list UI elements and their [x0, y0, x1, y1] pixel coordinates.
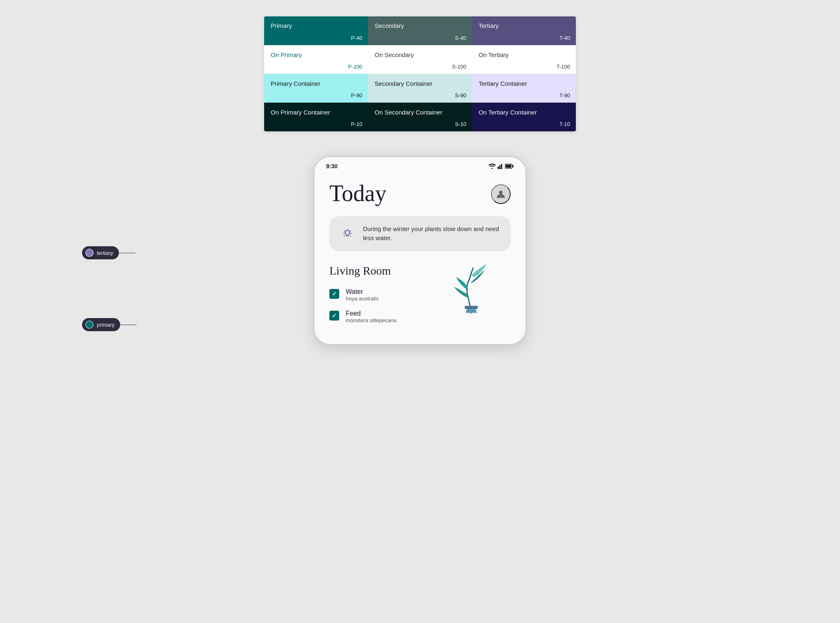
- primary-annotation-line: [120, 325, 137, 325]
- svg-rect-0: [498, 167, 499, 169]
- svg-point-7: [499, 191, 503, 195]
- svg-rect-1: [499, 165, 500, 169]
- color-cell-code: T-100: [557, 64, 570, 70]
- page-title: Today: [329, 181, 386, 206]
- task-sub: hoya australis: [346, 295, 379, 302]
- color-cell: On SecondaryS-100: [368, 45, 472, 74]
- tip-card: During the winter your plants slow down …: [329, 216, 511, 251]
- svg-rect-2: [501, 164, 502, 169]
- task-name: Feed: [346, 310, 397, 317]
- plant-illustration: [447, 256, 496, 315]
- color-cell: Tertiary ContainerT-90: [472, 74, 576, 103]
- primary-label: primary: [97, 322, 114, 328]
- tertiary-pill: tertiary: [82, 246, 119, 259]
- color-cell-label: Tertiary: [479, 22, 569, 29]
- battery-icon: [505, 164, 514, 169]
- avatar-button[interactable]: [491, 184, 511, 204]
- color-cell-code: T-10: [559, 121, 570, 127]
- color-cell-label: On Secondary Container: [374, 109, 465, 116]
- color-cell-label: Tertiary Container: [479, 80, 569, 87]
- tertiary-dot: [85, 249, 94, 257]
- svg-rect-6: [513, 165, 514, 167]
- task-text-block: Waterhoya australis: [346, 288, 379, 302]
- color-cell-code: S-100: [452, 64, 466, 70]
- phone-content: Today During the winter y: [315, 173, 525, 344]
- color-cell-label: Secondary Container: [374, 80, 465, 87]
- color-cell: On PrimaryP-100: [264, 45, 368, 74]
- color-cell-code: S-90: [455, 92, 466, 98]
- color-cell-code: P-10: [351, 121, 362, 127]
- signal-icon: [498, 163, 503, 169]
- tertiary-annotation-line: [119, 253, 135, 253]
- color-cell: On Primary ContainerP-10: [264, 103, 368, 131]
- color-cell-label: Primary: [271, 22, 361, 29]
- color-cell-code: P-40: [351, 35, 362, 41]
- color-cell: TertiaryT-40: [472, 16, 576, 45]
- color-cell: On Tertiary ContainerT-10: [472, 103, 576, 131]
- color-cell-code: S-10: [455, 121, 466, 127]
- task-name: Water: [346, 288, 379, 295]
- color-cell-label: Primary Container: [271, 80, 361, 87]
- color-cell-code: S-40: [455, 35, 466, 41]
- color-cell-label: On Primary: [271, 51, 361, 58]
- tip-icon-circle: [339, 225, 356, 242]
- color-cell-code: P-90: [351, 92, 362, 98]
- svg-rect-3: [502, 163, 503, 169]
- tip-text: During the winter your plants slow down …: [363, 224, 501, 243]
- color-grid-section: PrimaryP-40SecondaryS-40TertiaryT-40On P…: [8, 16, 832, 131]
- phone-mockup: 9:30 T: [313, 156, 527, 345]
- status-icons: [488, 163, 514, 169]
- primary-pill: primary: [82, 318, 120, 331]
- color-cell-code: P-100: [348, 64, 363, 70]
- color-cell-label: On Tertiary: [479, 51, 569, 58]
- status-time: 9:30: [326, 163, 338, 169]
- task-text-block: Feedmonstera siltepecana: [346, 310, 397, 323]
- primary-dot: [85, 321, 94, 329]
- color-cell-label: On Tertiary Container: [479, 109, 569, 116]
- color-cell-label: On Secondary: [374, 51, 465, 58]
- svg-rect-9: [465, 306, 478, 309]
- wifi-icon: [488, 163, 496, 169]
- task-sub: monstera siltepecana: [346, 317, 397, 323]
- person-icon: [496, 190, 505, 199]
- color-cell: On TertiaryT-100: [472, 45, 576, 74]
- checkbox[interactable]: ✓: [329, 311, 339, 321]
- color-cell-code: T-40: [559, 35, 570, 41]
- color-cell: On Secondary ContainerS-10: [368, 103, 472, 131]
- plant-svg: [447, 256, 496, 314]
- primary-annotation: primary: [82, 318, 137, 331]
- color-cell-label: On Primary Container: [271, 109, 361, 116]
- color-cell-code: T-90: [559, 92, 570, 98]
- color-cell: SecondaryS-40: [368, 16, 472, 45]
- phone-section: tertiary primary 9:30: [8, 156, 832, 345]
- lightbulb-icon: [342, 228, 353, 239]
- color-grid: PrimaryP-40SecondaryS-40TertiaryT-40On P…: [264, 16, 576, 131]
- svg-rect-5: [506, 165, 511, 168]
- color-cell: Primary ContainerP-90: [264, 74, 368, 103]
- tertiary-label: tertiary: [97, 250, 113, 256]
- checkbox[interactable]: ✓: [329, 289, 339, 299]
- living-room-section: Living Room ✓Waterhoya australis✓Feedmon…: [329, 264, 511, 328]
- tertiary-annotation: tertiary: [82, 246, 135, 259]
- color-cell: PrimaryP-40: [264, 16, 368, 45]
- status-bar: 9:30: [315, 157, 525, 173]
- phone-header: Today: [329, 181, 511, 206]
- color-cell: Secondary ContainerS-90: [368, 74, 472, 103]
- color-cell-label: Secondary: [374, 22, 465, 29]
